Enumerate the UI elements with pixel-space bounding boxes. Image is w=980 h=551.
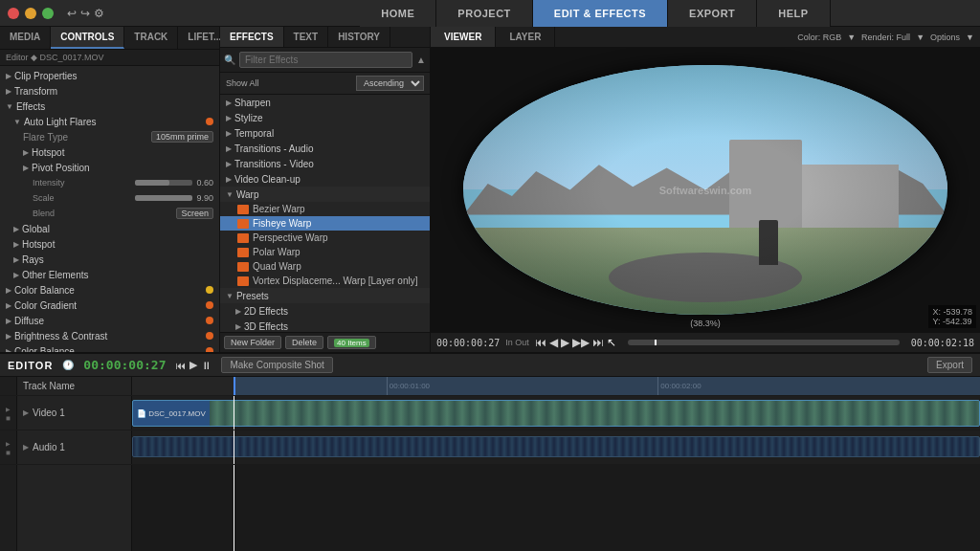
indicator-icon [206,286,213,294]
rewind-btn[interactable]: ⏮ [535,336,546,349]
undo-icon[interactable]: ↩ [67,7,77,20]
expand-icon: ▶ [6,72,11,80]
blend-value[interactable]: Screen [176,208,213,219]
prop-brightness-contrast[interactable]: ▶ Brightness & Contrast [0,328,219,343]
play-pause-btn[interactable]: ▶ [561,336,569,349]
tab-controls[interactable]: CONTROLS [51,27,124,49]
new-folder-button[interactable]: New Folder [224,336,281,349]
expand-icon: ▶ [6,332,11,341]
prop-pivot-position[interactable]: ▶ Pivot Position [0,160,219,175]
category-transitions-audio[interactable]: ▶ Transitions - Audio [220,141,430,156]
effect-vortex[interactable]: Vortex Displaceme... Warp [Layer only] [220,274,430,288]
effect-perspective-warp[interactable]: Perspective Warp [220,231,430,245]
prop-effects[interactable]: ▼ Effects [0,99,219,114]
prop-blend: Blend Screen [0,206,219,221]
video1-content[interactable]: 📄 DSC_0017.MOV [132,396,980,430]
expand-icon[interactable]: ▶ [23,408,29,417]
prop-rays[interactable]: ▶ Rays [0,252,219,267]
expand-icon: ▶ [226,160,232,168]
tab-effects[interactable]: EFFECTS [220,27,284,47]
tab-export[interactable]: EXPORT [668,0,757,27]
prop-color-balance[interactable]: ▶ Color Balance [0,282,219,298]
category-temporal[interactable]: ▶ Temporal [220,125,430,141]
close-btn[interactable] [8,8,19,19]
prop-diffuse[interactable]: ▶ Diffuse [0,313,219,328]
tab-history[interactable]: HISTORY [328,27,390,47]
track-name-row: Track Name 00:00:01:00 00:00:02:00 [0,377,980,396]
tab-edit[interactable]: EDIT & EFFECTS [533,0,668,27]
category-presets[interactable]: ▼ Presets [220,288,430,303]
effect-fisheye-warp[interactable]: Fisheye Warp [220,216,430,231]
left-panel-tabs: MEDIA CONTROLS TRACK LIFET... [0,27,219,50]
settings-icon[interactable]: ⚙ [94,7,104,20]
video-clip[interactable]: 📄 DSC_0017.MOV [132,400,980,427]
expand-icon[interactable]: ▶ [23,443,29,452]
category-warp[interactable]: ▼ Warp [220,187,430,202]
chevron-icon[interactable]: ▼ [847,33,856,42]
prop-global[interactable]: ▶ Global [0,221,219,236]
tab-viewer[interactable]: VIEWER [431,27,496,47]
prop-color-gradient[interactable]: ▶ Color Gradient [0,298,219,313]
chevron-icon[interactable]: ▼ [966,33,974,42]
category-2d-effects[interactable]: ▶ 2D Effects [220,303,430,319]
tab-text[interactable]: TEXT [284,27,329,47]
chevron-icon[interactable]: ▼ [916,33,924,42]
prev-frame-btn[interactable]: ◀ [549,336,558,349]
main-area: MEDIA CONTROLS TRACK LIFET... Editor ◆ D… [0,27,980,352]
prop-hotspot2[interactable]: ▶ Hotspot [0,236,219,252]
category-stylize[interactable]: ▶ Stylize [220,110,430,125]
category-3d-effects[interactable]: ▶ 3D Effects [220,319,430,332]
timeline-area: Track Name 00:00:01:00 00:00:02:00 ▶ ◼ ▶… [0,377,980,551]
tab-help[interactable]: HELP [757,0,830,27]
effect-icon [237,233,249,243]
minimize-btn[interactable] [25,8,36,19]
prop-clip-properties[interactable]: ▶ Clip Properties [0,68,219,83]
scale-bar[interactable] [135,195,192,201]
options-btn[interactable]: Options [930,33,960,42]
redo-icon[interactable]: ↪ [80,7,90,20]
video1-label: ▶ Video 1 [17,396,132,430]
viewer-canvas: Softwareswin.com X: -539.78 Y: -542.39 (… [431,48,980,332]
maximize-btn[interactable] [42,8,54,19]
nav-tabs: HOME PROJECT EDIT & EFFECTS EXPORT HELP [211,0,980,27]
tab-layer[interactable]: LAYER [496,27,555,47]
add-items-button[interactable]: 40 Items [327,336,376,349]
coord-x: X: -539.78 [932,307,972,317]
effect-quad-warp[interactable]: Quad Warp [220,259,430,274]
audio1-content[interactable] [132,430,980,464]
transport-play-icon[interactable]: ▶ [189,359,197,371]
audio-clip[interactable] [132,436,980,457]
tab-track[interactable]: TRACK [124,27,178,49]
prop-auto-light-flares[interactable]: ▼ Auto Light Flares [0,114,219,129]
track-control-icon[interactable]: ◼ [6,449,11,455]
tab-home[interactable]: HOME [360,0,436,27]
category-transitions-video[interactable]: ▶ Transitions - Video [220,156,430,171]
flare-type-value[interactable]: 105mm prime [151,131,213,143]
track-control-icon[interactable]: ◼ [6,414,11,421]
effect-polar-warp[interactable]: Polar Warp [220,245,430,259]
sort-dropdown[interactable]: Ascending [356,76,424,91]
intensity-bar[interactable] [135,180,192,186]
export-button[interactable]: Export [927,357,972,373]
next-frame-btn[interactable]: ▶▶ [572,336,590,349]
prop-color-balance2[interactable]: ▶ Color Balance [0,343,219,352]
prop-hotspot[interactable]: ▶ Hotspot [0,144,219,160]
timeline-selection[interactable] [234,377,980,395]
transport-stop-icon[interactable]: ⏸ [201,360,212,371]
prop-transform[interactable]: ▶ Transform [0,83,219,99]
effect-bezier-warp[interactable]: Bezier Warp [220,202,430,216]
category-video-cleanup[interactable]: ▶ Video Clean-up [220,171,430,187]
composite-button[interactable]: Make Composite Shot [221,357,332,373]
transport-rewind-icon[interactable]: ⏮ [175,360,186,371]
category-sharpen[interactable]: ▶ Sharpen [220,95,430,110]
effects-search-input[interactable] [239,52,412,68]
timeline-scrubber[interactable] [628,340,900,345]
track-control-icon[interactable]: ▶ [6,406,11,412]
expand-icon: ▼ [226,292,234,300]
end-btn[interactable]: ⏭ [592,336,604,349]
track-control-icon[interactable]: ▶ [6,440,11,447]
delete-button[interactable]: Delete [285,336,323,349]
tab-project[interactable]: PROJECT [436,0,532,27]
prop-other-elements[interactable]: ▶ Other Elements [0,267,219,282]
tab-media[interactable]: MEDIA [0,27,51,49]
